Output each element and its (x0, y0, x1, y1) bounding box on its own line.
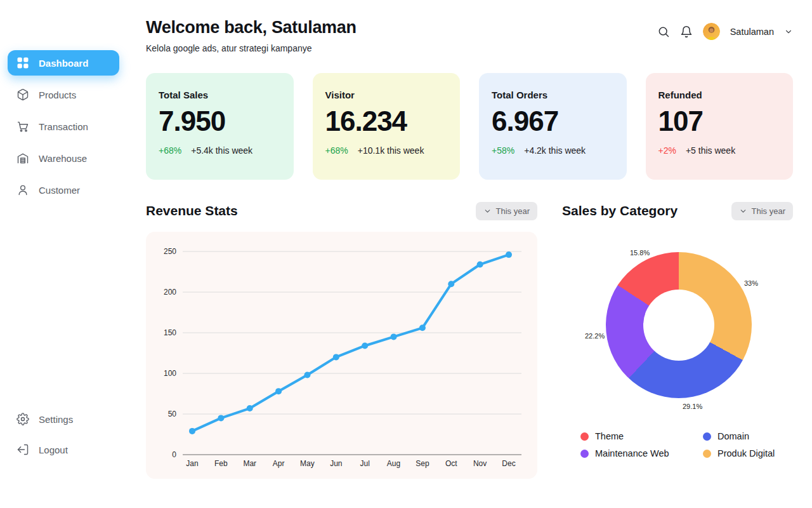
legend-item-maintenance-web[interactable]: Maintenance Web (580, 448, 703, 458)
chart-point (304, 372, 310, 378)
donut-slice-label-maintenance-web: 22.2% (585, 332, 605, 340)
topbar: Welcome back, Satulaman Kelola google ad… (146, 18, 793, 53)
sidebar-item-label: Warehouse (39, 153, 87, 164)
y-tick-label: 100 (164, 369, 176, 378)
sidebar-item-label: Products (39, 90, 76, 100)
avatar[interactable] (703, 23, 720, 40)
chart-point (362, 342, 368, 349)
sidebar-nav: Dashboard Products Transaction Warehouse (8, 50, 119, 209)
revenue-chart-panel: 050100150200250JanFebMarAprMayJunJulAugS… (146, 232, 537, 479)
x-tick-label: Jul (360, 459, 370, 468)
y-tick-label: 0 (172, 450, 176, 459)
card-delta: +68% (159, 145, 181, 156)
card-visitor: Visitor 16.234 +68% +10.1k this week (313, 73, 461, 180)
chevron-down-icon[interactable] (784, 27, 793, 36)
card-total-orders: Total Orders 6.967 +58% +4.2k this week (479, 73, 627, 180)
x-tick-label: Aug (387, 459, 400, 468)
revenue-filter-label: This year (496, 206, 530, 216)
chart-point (189, 428, 195, 434)
card-note: +5.4k this week (191, 145, 252, 156)
box-icon (16, 88, 29, 101)
search-button[interactable] (657, 25, 670, 38)
sidebar-item-warehouse[interactable]: Warehouse (8, 145, 119, 171)
x-tick-label: Feb (214, 459, 228, 468)
grid-icon (16, 57, 29, 69)
x-tick-label: Nov (473, 459, 487, 468)
page-subtitle: Kelola google ads, atur strategi kampany… (146, 43, 357, 53)
legend-dot (703, 450, 711, 458)
card-value: 6.967 (492, 105, 614, 137)
legend-dot (580, 432, 589, 441)
x-tick-label: Oct (445, 459, 457, 468)
x-tick-label: Apr (273, 459, 285, 468)
stat-cards: Total Sales 7.950 +68% +5.4k this week V… (146, 73, 793, 180)
donut-slice-label-domain: 29.1% (683, 403, 702, 410)
donut-slice-label-theme: 15.8% (630, 249, 650, 257)
revenue-line-chart: 050100150200250JanFebMarAprMayJunJulAugS… (146, 232, 537, 479)
card-delta: +2% (658, 145, 676, 156)
card-total-sales: Total Sales 7.950 +68% +5.4k this week (146, 73, 294, 180)
sidebar-item-logout[interactable]: Logout (8, 437, 119, 462)
chart-point (333, 354, 339, 360)
x-tick-label: May (300, 459, 315, 468)
warehouse-icon (16, 152, 29, 164)
search-icon (657, 25, 670, 38)
legend-dot (703, 432, 711, 441)
y-tick-label: 50 (168, 410, 177, 418)
sidebar-item-products[interactable]: Products (8, 82, 119, 107)
sales-by-category-title: Sales by Category (562, 203, 678, 218)
sidebar-footer-nav: Settings Logout (8, 406, 119, 467)
category-legend: Theme Domain Maintenance Web Produk Digi… (562, 431, 793, 458)
sidebar-item-customer[interactable]: Customer (8, 177, 119, 203)
card-label: Refunded (658, 90, 781, 100)
category-filter-button[interactable]: This year (731, 202, 793, 220)
bell-icon (680, 25, 693, 38)
x-tick-label: Jan (186, 459, 198, 468)
revenue-stats-title: Revenue Stats (146, 203, 238, 218)
chevron-down-icon (739, 207, 747, 215)
user-name[interactable]: Satulaman (730, 27, 774, 37)
card-label: Total Sales (159, 90, 281, 100)
legend-dot (580, 450, 589, 458)
y-tick-label: 150 (164, 328, 176, 337)
cart-icon (16, 120, 29, 133)
card-note: +5 this week (686, 145, 735, 156)
sidebar-item-label: Customer (39, 185, 80, 196)
sidebar-item-transaction[interactable]: Transaction (8, 114, 119, 139)
donut-slice-label-produk-digital: 33% (744, 279, 758, 287)
legend-item-domain[interactable]: Domain (703, 431, 793, 441)
category-filter-label: This year (752, 206, 785, 216)
sales-by-category-section: Sales by Category This year 15.8% 33% 22… (562, 202, 793, 479)
sidebar-item-label: Transaction (39, 121, 88, 132)
charts-row: Revenue Stats This year 050100150200250J… (146, 202, 793, 479)
card-note: +4.2k this week (524, 145, 586, 156)
x-tick-label: Jun (330, 459, 342, 468)
sidebar-item-label: Logout (39, 444, 68, 455)
chart-point (448, 281, 454, 287)
revenue-line (192, 255, 509, 431)
chart-point (419, 324, 426, 331)
sidebar-item-label: Settings (39, 414, 73, 425)
chart-point (506, 251, 512, 258)
sidebar-item-dashboard[interactable]: Dashboard (8, 50, 119, 76)
gear-icon (16, 413, 29, 425)
y-tick-label: 250 (164, 247, 176, 256)
revenue-filter-button[interactable]: This year (476, 202, 537, 220)
card-label: Total Orders (492, 90, 614, 100)
chart-point (477, 261, 483, 267)
chevron-down-icon (483, 207, 492, 215)
card-value: 16.234 (325, 105, 448, 137)
notifications-button[interactable] (680, 25, 693, 38)
topbar-actions: Satulaman (657, 23, 793, 40)
logout-icon (16, 443, 29, 456)
legend-item-produk-digital[interactable]: Produk Digital (703, 448, 793, 458)
card-value: 7.950 (159, 105, 281, 137)
revenue-stats-section: Revenue Stats This year 050100150200250J… (146, 202, 537, 479)
legend-item-theme[interactable]: Theme (580, 431, 703, 441)
card-delta: +68% (325, 145, 348, 156)
card-value: 107 (658, 105, 781, 137)
sidebar-item-settings[interactable]: Settings (8, 406, 119, 432)
page-headings: Welcome back, Satulaman Kelola google ad… (146, 18, 357, 53)
card-refunded: Refunded 107 +2% +5 this week (646, 73, 794, 180)
page-title: Welcome back, Satulaman (146, 18, 357, 37)
